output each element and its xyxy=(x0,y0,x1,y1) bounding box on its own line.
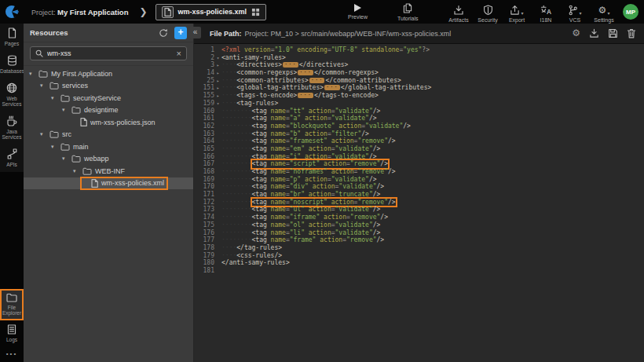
security-button[interactable]: Security xyxy=(475,2,500,23)
folded-region-icon[interactable]: ··· xyxy=(324,85,340,90)
preview-button[interactable]: Preview xyxy=(348,4,368,20)
tree-item-label: wm-xss-policies.json xyxy=(90,119,156,126)
line-number: 172 xyxy=(194,199,214,207)
caret-down-icon[interactable]: ▾ xyxy=(62,107,68,113)
tree-item-webapp[interactable]: ▾webapp xyxy=(24,153,193,166)
add-resource-button[interactable]: + xyxy=(174,27,187,39)
fold-gutter xyxy=(214,108,221,115)
fold-toggle-icon[interactable]: ▸ xyxy=(214,69,221,77)
delete-trash-icon[interactable] xyxy=(627,28,636,38)
save-icon[interactable] xyxy=(608,28,618,38)
tutorials-button[interactable]: Tutorials xyxy=(397,3,419,21)
code-line-165[interactable]: 165········<tag name="em" action="valida… xyxy=(194,145,644,153)
download-icon[interactable] xyxy=(589,28,599,38)
code-line-3[interactable]: 3▸····<directives>···</directives> xyxy=(194,61,644,69)
code-line-180[interactable]: 180</anti-samy-rules> xyxy=(194,259,644,267)
caret-down-icon[interactable]: ▾ xyxy=(62,155,68,162)
tab-wm-xss-policies[interactable]: wm-xss-policies.xml xyxy=(156,4,267,20)
code-line-164[interactable]: 164········<tag name="frameset" action="… xyxy=(194,137,644,145)
code-line-177[interactable]: 177········<tag name="frame" action="rem… xyxy=(194,236,644,244)
caret-down-icon[interactable]: ▾ xyxy=(29,71,35,77)
caret-down-icon[interactable]: ▾ xyxy=(40,82,46,89)
caret-down-icon[interactable]: ▾ xyxy=(40,131,46,137)
code-line-169[interactable]: 169········<tag name="p" action="validat… xyxy=(194,176,644,184)
artifacts-button[interactable]: Artifacts xyxy=(446,2,471,23)
code-line-176[interactable]: 176········<tag name="li" action="valida… xyxy=(194,229,644,237)
code-line-2[interactable]: 2▾<anti-samy-rules> xyxy=(194,54,644,62)
sidebar-item-logs[interactable]: Logs xyxy=(0,320,24,347)
tree-item-main[interactable]: ▾main xyxy=(24,141,193,153)
grid-icon[interactable] xyxy=(251,8,260,16)
tree-item-src[interactable]: ▾src xyxy=(24,129,193,141)
code-line-167[interactable]: 167········<tag name="script" action="re… xyxy=(194,160,644,168)
sidebar-item-databases[interactable]: Databases xyxy=(0,51,24,79)
code-line-170[interactable]: 170········<tag name="div" action="valid… xyxy=(194,183,644,191)
code-line-173[interactable]: 173········<tag name="ul" action="valida… xyxy=(194,206,644,214)
search-input[interactable] xyxy=(47,49,173,57)
tree-item-designtime[interactable]: ▾designtime xyxy=(24,104,193,117)
code-line-14[interactable]: 14▸····<common-regexps>···</common-regex… xyxy=(194,69,644,77)
clear-search-icon[interactable]: × xyxy=(177,49,181,58)
refresh-icon[interactable] xyxy=(159,28,168,38)
sidebar-item-apis[interactable]: APIs xyxy=(0,144,24,172)
folder-icon xyxy=(38,70,48,78)
settings-button[interactable]: ⚙ ▾ Settings xyxy=(591,2,617,23)
project-name[interactable]: My First Application xyxy=(57,8,128,16)
more-options-ellipsis-icon[interactable]: ••• xyxy=(0,347,24,362)
settings-gear-icon[interactable]: ⚙ xyxy=(572,28,580,38)
fold-toggle-icon[interactable]: ▾ xyxy=(214,100,221,108)
tree-item-wm-xss-policies.xml[interactable]: wm-xss-policies.xml xyxy=(24,177,193,190)
code-editor[interactable]: 1<?xml version="1.0" encoding="UTF-8" st… xyxy=(194,44,644,362)
code-line-181[interactable]: 181 xyxy=(194,267,644,275)
code-line-1[interactable]: 1<?xml version="1.0" encoding="UTF-8" st… xyxy=(194,46,644,54)
line-number: 175 xyxy=(194,221,214,229)
fold-gutter xyxy=(214,229,221,237)
fold-toggle-icon[interactable]: ▸ xyxy=(214,84,221,92)
user-avatar[interactable]: MP xyxy=(623,4,639,20)
tree-item-my-first-application[interactable]: ▾My First Application xyxy=(24,68,193,80)
code-line-172[interactable]: 172········<tag name="noscript" action="… xyxy=(194,199,644,207)
fold-toggle-icon[interactable]: ▸ xyxy=(214,61,221,69)
caret-down-icon[interactable]: ▾ xyxy=(51,95,57,101)
code-line-163[interactable]: 163········<tag name="b" action="filter"… xyxy=(194,130,644,138)
folded-region-icon[interactable]: ··· xyxy=(298,93,313,98)
code-line-151[interactable]: 151▸····<global-tag-attributes>···</glob… xyxy=(194,84,644,92)
fold-toggle-icon[interactable]: ▾ xyxy=(214,54,221,62)
code-line-174[interactable]: 174········<tag name="iframe" action="re… xyxy=(194,214,644,221)
code-line-155[interactable]: 155▸····<tags-to-encode>···</tags-to-enc… xyxy=(194,92,644,100)
tree-item-web-inf[interactable]: ▾WEB-INF xyxy=(24,165,193,177)
tree-item-services[interactable]: ▾services xyxy=(24,80,193,93)
export-button[interactable]: ▾ Export xyxy=(504,2,529,23)
folded-region-icon[interactable]: ··· xyxy=(283,62,298,68)
i18n-translate-icon: A xyxy=(540,5,552,16)
i18n-button[interactable]: A I18N xyxy=(533,2,558,23)
code-line-160[interactable]: 160········<tag name="tt" action="valida… xyxy=(194,108,644,115)
tree-item-wm-xss-policies.json[interactable]: wm-xss-policies.json xyxy=(24,116,193,129)
code-line-159[interactable]: 159▾····<tag-rules> xyxy=(194,100,644,108)
tree-item-securityservice[interactable]: ▾securityService xyxy=(24,92,193,104)
folded-region-icon[interactable]: ··· xyxy=(309,78,325,83)
code-line-179[interactable]: 179····<css-rules/> xyxy=(194,252,644,260)
fold-toggle-icon[interactable]: ▸ xyxy=(214,92,221,100)
fold-gutter xyxy=(214,236,221,244)
code-line-171[interactable]: 171········<tag name="br" action="trunca… xyxy=(194,191,644,199)
sidebar-item-java-services[interactable]: Java Services xyxy=(0,112,24,144)
folded-region-icon[interactable]: ··· xyxy=(298,70,313,75)
caret-down-icon[interactable]: ▾ xyxy=(73,168,79,174)
code-line-166[interactable]: 166········<tag name="i" action="validat… xyxy=(194,153,644,161)
code-line-178[interactable]: 178····</tag-rules> xyxy=(194,244,644,252)
caret-down-icon[interactable]: ▾ xyxy=(51,144,57,150)
code-line-175[interactable]: 175········<tag name="ol" action="valida… xyxy=(194,221,644,229)
sidebar-item-file-explorer[interactable]: File Explorer xyxy=(0,289,24,320)
sidebar-item-pages[interactable]: Pages xyxy=(0,24,24,51)
code-line-162[interactable]: 162········<tag name="blockquote" action… xyxy=(194,122,644,130)
vcs-button[interactable]: ▾ VCS xyxy=(562,2,587,23)
wavemaker-logo-icon[interactable] xyxy=(0,0,24,24)
fold-toggle-icon[interactable]: ▸ xyxy=(214,77,221,85)
sidebar-item-web-services[interactable]: Web Services xyxy=(0,79,24,112)
code-line-161[interactable]: 161········<tag name="a" action="validat… xyxy=(194,115,644,122)
code-line-168[interactable]: 168········<tag name="noframes" action="… xyxy=(194,168,644,176)
collapse-panel-button[interactable]: « xyxy=(189,27,201,38)
code-line-25[interactable]: 25▸····<common-attributes>···</common-at… xyxy=(194,77,644,85)
chevron-down-icon: ▾ xyxy=(607,10,609,16)
